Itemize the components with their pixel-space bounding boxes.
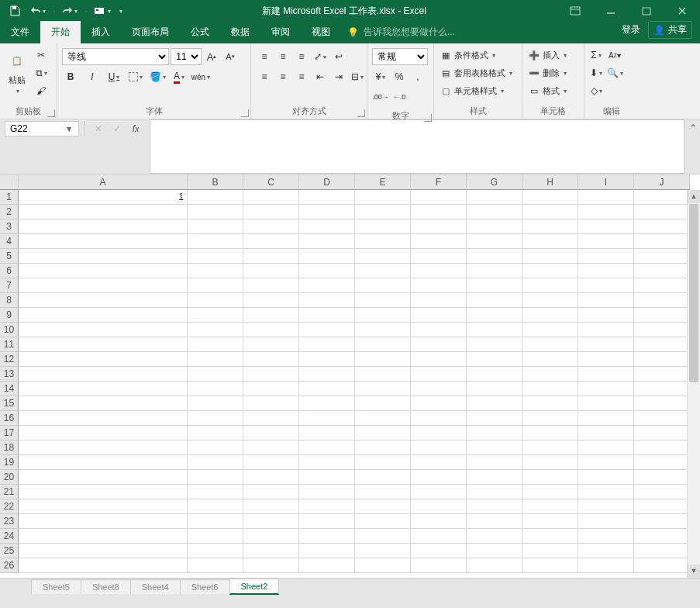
undo-button[interactable]: ▾ [28,2,48,20]
insert-cells-button[interactable]: ➕插入▾ [526,47,569,64]
cell[interactable] [634,249,690,264]
cell[interactable] [578,190,634,205]
cell[interactable] [578,308,634,323]
wrap-text-button[interactable]: ↩ [330,48,347,65]
cell[interactable] [188,382,243,396]
save-button[interactable] [5,2,25,20]
cell[interactable] [634,234,690,249]
cell[interactable] [634,440,690,455]
column-header[interactable]: E [355,174,411,190]
cell[interactable] [19,455,188,470]
copy-button[interactable]: ⧉▾ [33,64,50,81]
cell[interactable] [355,205,411,219]
cell[interactable] [578,544,634,558]
cell[interactable] [299,396,355,411]
cell[interactable] [522,396,578,411]
cell[interactable] [578,337,634,352]
cell[interactable] [355,396,411,411]
cell[interactable] [188,293,243,308]
cell[interactable] [522,529,578,544]
cell[interactable] [188,411,243,426]
cell[interactable] [411,249,467,264]
cell[interactable] [467,367,522,382]
underline-button[interactable]: U▾ [105,68,122,85]
enter-formula-button[interactable]: ✓ [109,121,125,136]
cell[interactable] [299,455,355,470]
cell[interactable] [188,529,243,544]
cell[interactable] [467,234,522,249]
row-header[interactable]: 12 [0,352,19,367]
align-launcher[interactable] [357,109,365,117]
cell[interactable] [578,485,634,499]
cell[interactable] [19,426,188,440]
cell[interactable] [467,264,522,278]
cell[interactable] [243,514,299,529]
cell[interactable] [355,470,411,485]
cell[interactable] [188,514,243,529]
cell[interactable] [19,219,188,234]
cell[interactable] [299,278,355,293]
cell[interactable] [522,352,578,367]
cell[interactable] [522,499,578,514]
share-button[interactable]: 👤 共享 [648,21,692,39]
tab-data[interactable]: 数据 [220,21,260,43]
cell[interactable] [355,382,411,396]
tab-view[interactable]: 视图 [301,21,341,43]
cell[interactable] [188,470,243,485]
cell[interactable] [19,440,188,455]
cell[interactable] [355,499,411,514]
scroll-thumb[interactable] [689,204,698,382]
name-box-dropdown[interactable]: ▾ [60,123,78,134]
cell[interactable] [188,544,243,558]
cell[interactable] [243,219,299,234]
cell[interactable] [243,382,299,396]
align-right-button[interactable]: ≡ [293,68,310,85]
cell[interactable] [188,219,243,234]
cell[interactable] [19,278,188,293]
cell[interactable] [467,205,522,219]
format-cells-button[interactable]: ▭格式▾ [526,82,569,99]
cell[interactable] [411,544,467,558]
cell[interactable] [19,234,188,249]
align-top-button[interactable]: ≡ [256,48,273,65]
cell[interactable] [467,426,522,440]
cell[interactable] [467,470,522,485]
cell[interactable] [188,264,243,278]
cell[interactable] [243,470,299,485]
comma-button[interactable]: , [409,68,426,85]
cell[interactable] [578,499,634,514]
cell[interactable] [188,234,243,249]
cell[interactable] [522,264,578,278]
cell[interactable] [522,367,578,382]
increase-indent-button[interactable]: ⇥ [330,68,347,85]
cell[interactable] [188,499,243,514]
scroll-up-button[interactable]: ▲ [688,190,700,203]
cell[interactable] [243,308,299,323]
cell[interactable] [411,190,467,205]
cell[interactable] [634,264,690,278]
cell[interactable] [411,219,467,234]
cell[interactable] [355,411,411,426]
cell[interactable] [634,455,690,470]
cell[interactable] [355,249,411,264]
cell[interactable] [467,485,522,499]
cell[interactable] [243,352,299,367]
cell[interactable] [19,558,188,573]
sheet-tab[interactable]: Sheet2 [229,579,280,595]
cell[interactable] [634,352,690,367]
cell[interactable] [188,323,243,337]
row-header[interactable]: 17 [0,426,19,440]
cell[interactable] [411,382,467,396]
sheet-tab[interactable]: Sheet8 [81,579,131,594]
row-header[interactable]: 7 [0,278,19,293]
row-header[interactable]: 22 [0,499,19,514]
cell[interactable] [19,499,188,514]
row-header[interactable]: 2 [0,205,19,219]
cell[interactable] [299,514,355,529]
cell[interactable] [299,190,355,205]
fill-color-button[interactable]: 🪣▾ [149,68,166,85]
cell[interactable] [19,337,188,352]
font-size-select[interactable]: 11 [171,48,202,65]
cell[interactable] [355,558,411,573]
column-header[interactable]: G [467,174,522,190]
